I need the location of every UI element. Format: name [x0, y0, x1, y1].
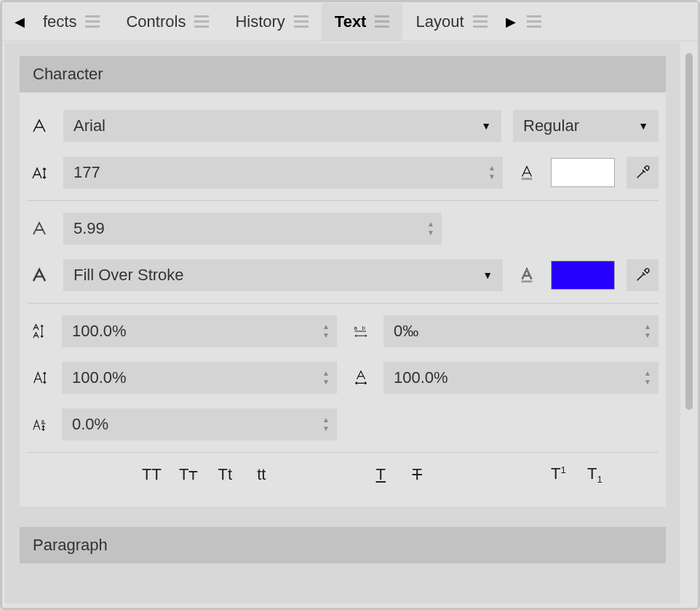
strikethrough-toggle[interactable]: T	[407, 465, 426, 484]
tab-layout[interactable]: Layout	[402, 3, 500, 41]
tab-scroll-left-button[interactable]: ◀	[9, 7, 30, 36]
font-size-icon	[27, 164, 52, 181]
stroke-color-icon	[514, 267, 539, 283]
position-toggle-group: T1 T1	[549, 464, 604, 485]
lowercase-toggle[interactable]: tt	[252, 465, 271, 484]
font-family-dropdown[interactable]: Arial ▼	[63, 110, 501, 142]
tab-menu-icon[interactable]	[294, 15, 309, 28]
horizontal-scale-icon	[349, 370, 373, 386]
paragraph-section: Paragraph	[20, 527, 666, 563]
tab-scroll-right-button[interactable]: ▶	[501, 7, 521, 36]
step-down-icon[interactable]: ▼	[322, 332, 330, 339]
step-down-icon[interactable]: ▼	[644, 332, 651, 339]
titlecase-toggle[interactable]: Tt	[215, 465, 234, 484]
svg-text:b: b	[362, 325, 366, 331]
line-toggle-group: T T	[371, 465, 426, 484]
tab-label: History	[235, 12, 285, 31]
tab-strip: ◀ fects Controls History Text Layout ▶	[2, 2, 698, 41]
svg-rect-0	[522, 178, 533, 180]
baseline-shift-input[interactable]: 0.0% ▲▼	[62, 408, 337, 440]
stroke-width-value: 5.99	[73, 219, 105, 238]
step-up-icon[interactable]: ▲	[427, 221, 434, 228]
character-header[interactable]: Character	[20, 56, 666, 92]
stroke-order-icon	[27, 266, 52, 284]
section-title: Character	[33, 65, 103, 84]
tab-controls[interactable]: Controls	[113, 3, 222, 41]
step-up-icon[interactable]: ▲	[322, 416, 330, 424]
tab-label: Layout	[415, 12, 464, 31]
baseline-shift-value: 0.0%	[72, 415, 108, 434]
svg-rect-1	[522, 280, 533, 282]
character-body: Arial ▼ Regular ▼ 177 ▲▼	[20, 92, 666, 507]
tab-menu-icon[interactable]	[375, 15, 389, 28]
stroke-width-input[interactable]: 5.99 ▲▼	[63, 213, 442, 245]
step-up-icon[interactable]: ▲	[644, 370, 651, 377]
font-family-value: Arial	[73, 116, 106, 135]
leading-input[interactable]: 100.0% ▲▼	[62, 315, 337, 347]
step-up-icon[interactable]: ▲	[322, 323, 330, 330]
svg-text:a: a	[354, 325, 358, 331]
tab-menu-icon[interactable]	[473, 15, 488, 28]
font-style-dropdown[interactable]: Regular ▼	[513, 110, 659, 142]
divider	[27, 452, 659, 453]
stroke-color-swatch[interactable]	[551, 261, 615, 290]
vertical-scale-icon	[27, 370, 52, 386]
tab-label: Controls	[126, 12, 186, 31]
step-down-icon[interactable]: ▼	[488, 173, 496, 181]
font-size-input[interactable]: 177 ▲▼	[63, 157, 503, 189]
vertical-scale-input[interactable]: 100.0% ▲▼	[62, 362, 337, 394]
properties-panel-frame: ◀ fects Controls History Text Layout ▶	[0, 0, 700, 610]
tab-menu-icon[interactable]	[194, 15, 209, 28]
step-down-icon[interactable]: ▼	[644, 379, 651, 386]
uppercase-toggle[interactable]: TT	[142, 465, 162, 484]
vertical-scale-value: 100.0%	[72, 368, 127, 387]
font-size-value: 177	[73, 163, 100, 182]
panel-area: Character Arial ▼ Regular ▼	[5, 43, 680, 603]
chevron-down-icon: ▼	[481, 120, 491, 132]
fill-color-swatch[interactable]	[551, 158, 615, 187]
fill-eyedropper-button[interactable]	[627, 157, 659, 189]
typography-toggle-bar: TT Tᴛ Tt tt T T T1 T1	[27, 457, 659, 492]
tracking-icon: ab	[349, 323, 373, 339]
underline-toggle[interactable]: T	[371, 465, 390, 484]
tab-text[interactable]: Text	[322, 3, 403, 41]
divider	[27, 200, 659, 201]
tab-history[interactable]: History	[222, 3, 321, 41]
subscript-toggle[interactable]: T1	[585, 464, 604, 485]
leading-value: 100.0%	[72, 322, 127, 341]
baseline-shift-icon: a	[27, 416, 52, 432]
font-style-value: Regular	[523, 116, 579, 135]
superscript-toggle[interactable]: T1	[549, 464, 568, 485]
section-title: Paragraph	[33, 536, 108, 555]
chevron-down-icon: ▼	[638, 120, 648, 132]
tracking-value: 0‰	[394, 322, 418, 341]
font-family-icon	[27, 117, 52, 135]
panel-menu-icon[interactable]	[527, 15, 541, 28]
step-up-icon[interactable]: ▲	[322, 370, 330, 377]
step-down-icon[interactable]: ▼	[427, 229, 434, 237]
chevron-down-icon: ▼	[482, 269, 493, 281]
fill-color-icon	[514, 165, 539, 181]
leading-icon	[27, 323, 52, 339]
stroke-order-value: Fill Over Stroke	[73, 266, 184, 285]
step-down-icon[interactable]: ▼	[322, 379, 330, 386]
character-section: Character Arial ▼ Regular ▼	[20, 56, 666, 507]
tab-effects[interactable]: fects	[30, 3, 113, 41]
case-toggle-group: TT Tᴛ Tt tt	[142, 465, 271, 484]
horizontal-scale-input[interactable]: 100.0% ▲▼	[383, 362, 659, 394]
step-up-icon[interactable]: ▲	[644, 323, 651, 330]
stroke-eyedropper-button[interactable]	[627, 259, 659, 291]
divider	[27, 303, 659, 304]
smallcaps-toggle[interactable]: Tᴛ	[179, 465, 198, 484]
paragraph-header[interactable]: Paragraph	[20, 527, 666, 563]
tab-menu-icon[interactable]	[85, 15, 100, 28]
horizontal-scale-value: 100.0%	[394, 368, 448, 387]
vertical-scrollbar[interactable]	[685, 53, 693, 410]
step-up-icon[interactable]: ▲	[488, 165, 496, 172]
tab-label: Text	[335, 12, 367, 31]
step-down-icon[interactable]: ▼	[322, 425, 330, 432]
stroke-order-dropdown[interactable]: Fill Over Stroke ▼	[63, 259, 503, 291]
stroke-width-icon	[27, 220, 52, 237]
tracking-input[interactable]: 0‰ ▲▼	[383, 315, 659, 347]
tab-label: fects	[43, 12, 76, 31]
